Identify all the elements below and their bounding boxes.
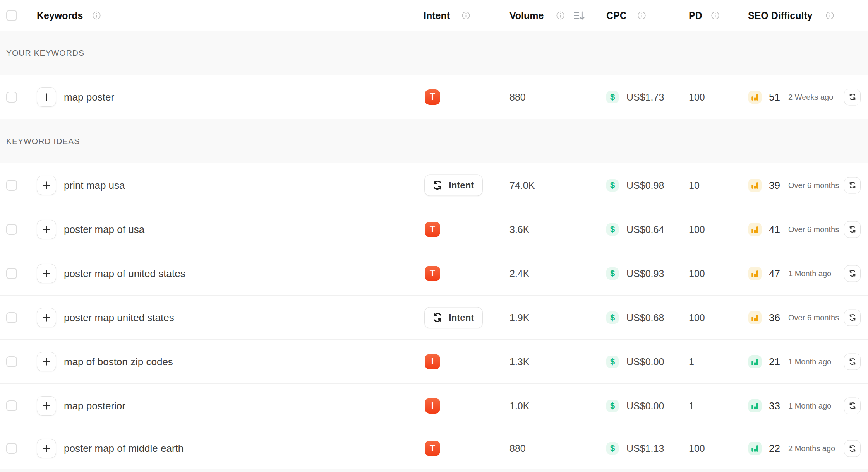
bar-chart-icon [748,311,762,324]
seo-difficulty-score: 36 [769,311,780,323]
keyword-text[interactable]: print map usa [64,179,125,191]
info-icon[interactable] [711,11,720,20]
dollar-icon: $ [606,442,619,455]
select-all-checkbox[interactable] [6,10,17,21]
plus-icon [41,357,51,367]
sync-icon [848,93,857,101]
sync-icon [432,312,443,323]
dollar-icon: $ [606,91,619,103]
keyword-text[interactable]: map poster [64,91,114,103]
row-checkbox[interactable] [6,180,17,191]
volume-value: 2.4K [509,268,529,279]
add-keyword-button[interactable] [37,220,56,239]
keyword-text[interactable]: poster map of united states [64,267,185,279]
seo-updated-text: Over 6 months [788,313,839,322]
pd-value: 100 [689,91,705,103]
dollar-icon: $ [606,223,619,236]
seo-difficulty-score: 21 [769,356,780,368]
cpc-value: US$0.00 [626,400,664,411]
intent-refresh-button[interactable]: Intent [424,174,483,196]
pd-value: 100 [689,268,705,279]
keyword-text[interactable]: map posterior [64,400,125,412]
section-header-your-keywords: YOUR KEYWORDS [0,31,868,75]
row-checkbox[interactable] [6,400,17,411]
intent-badge: I [425,354,440,369]
column-header-intent: Intent [424,10,450,21]
keyword-text[interactable]: map of boston zip codes [64,356,173,368]
refresh-button[interactable] [844,397,861,414]
add-keyword-button[interactable] [37,176,56,195]
table-row: map poster T 880 $ US$1.73 100 51 2 Week… [0,75,868,119]
plus-icon [41,443,51,453]
row-checkbox[interactable] [6,443,17,454]
dollar-icon: $ [606,311,619,324]
plus-icon [41,180,51,190]
sync-icon [432,180,443,191]
bar-chart-icon [748,399,762,412]
next-section-edge [0,469,868,472]
add-keyword-button[interactable] [37,439,56,458]
refresh-button[interactable] [844,309,861,326]
refresh-button[interactable] [844,221,861,238]
add-keyword-button[interactable] [37,352,56,371]
row-checkbox[interactable] [6,312,17,323]
seo-difficulty-score: 41 [769,223,780,235]
add-keyword-button[interactable] [37,308,56,327]
seo-updated-text: 1 Month ago [788,357,831,366]
column-header-keywords: Keywords [37,10,83,21]
seo-updated-text: 2 Months ago [788,444,835,453]
keyword-text[interactable]: poster map of middle earth [64,443,184,455]
pd-value: 10 [689,180,700,191]
table-header: Keywords Intent Volume CPC PD SEO Diffic… [0,0,868,31]
info-icon[interactable] [637,11,646,20]
dollar-icon: $ [606,400,619,412]
cpc-value: US$1.73 [626,91,664,103]
dollar-icon: $ [606,267,619,280]
intent-badge: T [425,222,440,237]
dollar-icon: $ [606,179,619,192]
intent-badge: T [425,89,440,105]
table-row: poster map of middle earth T 880 $ US$1.… [0,428,868,469]
plus-icon [41,313,51,323]
info-icon[interactable] [825,11,834,20]
seo-updated-text: Over 6 months [788,181,839,190]
intent-button-label: Intent [449,312,474,323]
column-header-pd: PD [689,10,702,21]
keyword-text[interactable]: poster map united states [64,311,174,323]
sync-icon [848,402,857,410]
refresh-button[interactable] [844,353,861,370]
section-label: KEYWORD IDEAS [6,137,80,146]
table-row: poster map of united states T 2.4K $ US$… [0,251,868,296]
bar-chart-icon [748,442,762,455]
intent-refresh-button[interactable]: Intent [424,307,483,328]
add-keyword-button[interactable] [37,396,56,416]
plus-icon [41,268,51,279]
pd-value: 100 [689,224,705,235]
info-icon[interactable] [461,11,470,20]
plus-icon [41,92,51,102]
bar-chart-icon [748,223,762,236]
pd-value: 100 [689,312,705,323]
row-checkbox[interactable] [6,268,17,279]
seo-difficulty-score: 22 [769,443,780,455]
sync-icon [848,357,857,366]
refresh-button[interactable] [844,265,861,282]
intent-badge: T [425,441,440,456]
add-keyword-button[interactable] [37,87,56,107]
refresh-button[interactable] [844,89,861,105]
row-checkbox[interactable] [6,356,17,367]
table-row: poster map of usa T 3.6K $ US$0.64 100 4… [0,207,868,251]
row-checkbox[interactable] [6,92,17,103]
keyword-research-table: Keywords Intent Volume CPC PD SEO Diffic… [0,0,868,472]
sort-descending-icon[interactable] [573,9,585,22]
info-icon[interactable] [556,11,565,20]
info-icon[interactable] [92,11,101,20]
add-keyword-button[interactable] [37,264,56,283]
sync-icon [848,313,857,322]
volume-value: 880 [509,91,526,103]
refresh-button[interactable] [844,440,861,457]
row-checkbox[interactable] [6,224,17,235]
bar-chart-icon [748,179,762,192]
keyword-text[interactable]: poster map of usa [64,223,144,235]
refresh-button[interactable] [844,177,861,193]
